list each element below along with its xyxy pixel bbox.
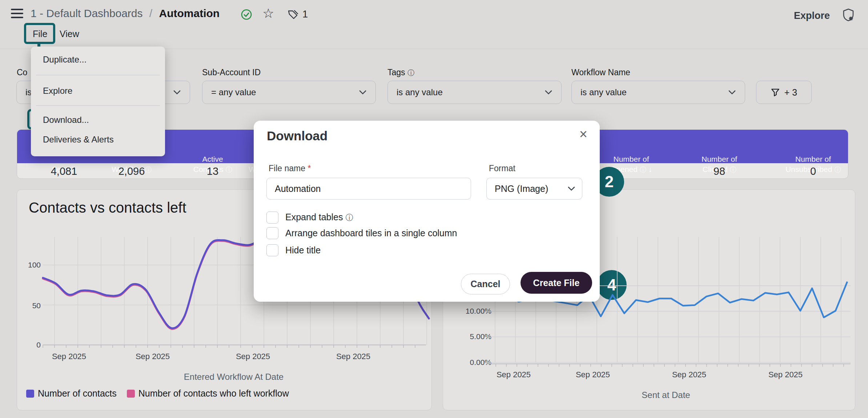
expand-tables-label: Expand tables ⓘ bbox=[285, 212, 353, 223]
explore-link[interactable]: Explore bbox=[794, 10, 830, 21]
chevron-down-icon bbox=[544, 90, 552, 95]
filter2-dropdown[interactable]: = any value bbox=[202, 81, 376, 104]
filter3-value: is any value bbox=[397, 87, 544, 97]
right-chart-y-tick: 5.00% bbox=[455, 332, 491, 341]
right-chart-x-tick: Sep 2025 bbox=[492, 370, 535, 379]
single-column-checkbox[interactable] bbox=[266, 227, 278, 239]
chevron-down-icon bbox=[567, 186, 575, 191]
menu-item-explore[interactable]: Explore bbox=[31, 86, 165, 96]
right-chart-y-tick: 10.00% bbox=[455, 307, 491, 315]
left-chart-y-tick: 50 bbox=[15, 301, 41, 310]
filter2-value: = any value bbox=[211, 87, 359, 97]
close-icon[interactable]: × bbox=[579, 127, 587, 141]
file-name-input[interactable] bbox=[266, 178, 471, 200]
more-filters-count: + 3 bbox=[784, 87, 797, 98]
breadcrumb-separator: / bbox=[149, 7, 152, 19]
required-asterisk: * bbox=[308, 164, 311, 173]
filter4-value: is any value bbox=[580, 87, 728, 97]
cancel-button[interactable]: Cancel bbox=[461, 274, 510, 294]
left-chart-x-axis-title: Entered Workflow At Date bbox=[184, 372, 284, 382]
chevron-down-icon bbox=[359, 90, 367, 95]
left-chart-title: Contacts vs contacts left bbox=[29, 200, 186, 216]
info-icon: ⓘ bbox=[407, 69, 415, 77]
favorite-star-icon[interactable]: ☆ bbox=[262, 8, 274, 19]
file-name-label: File name * bbox=[269, 164, 311, 173]
checkbox-row-single-column: Arrange dashboard tiles in a single colu… bbox=[266, 227, 457, 239]
right-chart-x-tick: Sep 2025 bbox=[571, 370, 615, 379]
checkbox-row-hide-title: Hide title bbox=[266, 244, 321, 256]
format-select[interactable]: PNG (Image) bbox=[486, 178, 582, 200]
menu-item-download[interactable]: Download... bbox=[31, 115, 165, 125]
single-column-label: Arrange dashboard tiles in a single colu… bbox=[285, 228, 457, 238]
filter1-label: Co bbox=[17, 68, 27, 77]
left-chart-y-tick: 100 bbox=[15, 261, 41, 269]
legend-swatch-pink bbox=[127, 390, 135, 398]
right-chart-y-tick: 0.00% bbox=[455, 358, 491, 367]
expand-tables-checkbox[interactable] bbox=[266, 212, 278, 224]
legend-item-contacts[interactable]: Number of contacts bbox=[26, 388, 117, 399]
tag-icon[interactable] bbox=[287, 9, 299, 20]
download-modal: Download × File name * Format PNG (Image… bbox=[254, 121, 600, 302]
table-cell-active-contacts: 13 bbox=[176, 163, 249, 179]
format-value: PNG (Image) bbox=[495, 184, 567, 194]
filter3-dropdown[interactable]: is any value bbox=[387, 81, 562, 104]
left-chart-x-tick: Sep 2025 bbox=[331, 352, 375, 361]
table-cell-number-of-unsubscribed: 0 bbox=[777, 163, 848, 179]
legend-item-left-workflow[interactable]: Number of contacts who left workflow bbox=[127, 388, 289, 399]
right-chart-x-axis-title: Sent at Date bbox=[642, 390, 690, 400]
tag-count: 1 bbox=[302, 9, 308, 20]
checkbox-row-expand-tables: Expand tables ⓘ bbox=[266, 211, 353, 224]
shield-settings-icon[interactable] bbox=[842, 8, 855, 22]
modal-title: Download bbox=[267, 129, 327, 143]
validated-check-icon bbox=[241, 9, 252, 20]
menubar-view[interactable]: View bbox=[60, 29, 79, 39]
file-menu: Duplicate... Explore Download... Deliver… bbox=[31, 47, 165, 156]
format-label: Format bbox=[489, 164, 515, 173]
breadcrumb-folder[interactable]: 1 - Default Dashboards bbox=[31, 7, 143, 19]
menu-item-deliveries-alerts[interactable]: Deliveries & Alerts bbox=[31, 134, 165, 145]
filter2-label: Sub-Account ID bbox=[202, 68, 261, 77]
table-cell-workflow: 2,096 bbox=[94, 163, 169, 179]
hide-title-checkbox[interactable] bbox=[266, 244, 278, 256]
left-chart-x-tick: Sep 2025 bbox=[47, 352, 91, 361]
filter4-label: Workflow Name bbox=[571, 68, 630, 77]
breadcrumb-current: Automation bbox=[159, 7, 220, 19]
info-icon: ⓘ bbox=[345, 213, 353, 222]
menubar-file[interactable]: File bbox=[26, 26, 54, 42]
filter4-dropdown[interactable]: is any value bbox=[571, 81, 745, 104]
table-cell-number-of-clicked: 98 bbox=[683, 163, 756, 179]
hide-title-label: Hide title bbox=[285, 245, 321, 256]
legend-swatch-purple bbox=[26, 390, 34, 398]
filter-funnel-icon bbox=[771, 88, 780, 97]
more-filters-button[interactable]: + 3 bbox=[756, 81, 812, 104]
right-chart-x-tick: Sep 2025 bbox=[667, 370, 711, 379]
table-cell-sent: 4,081 bbox=[34, 163, 94, 179]
chevron-down-icon bbox=[173, 90, 181, 95]
filter3-label: Tags ⓘ bbox=[387, 68, 415, 78]
chevron-down-icon bbox=[728, 90, 736, 95]
table-cell-number-of-opened bbox=[595, 163, 668, 179]
breadcrumb: 1 - Default Dashboards / Automation bbox=[31, 7, 220, 20]
menu-separator bbox=[36, 75, 160, 75]
dashboard-page: 1 - Default Dashboards / Automation ☆ 1 … bbox=[0, 0, 868, 418]
left-chart-x-tick: Sep 2025 bbox=[231, 352, 275, 361]
right-chart-x-tick: Sep 2025 bbox=[764, 370, 807, 379]
menu-separator bbox=[36, 105, 160, 106]
menu-item-duplicate[interactable]: Duplicate... bbox=[31, 55, 165, 65]
left-chart-legend: Number of contacts Number of contacts wh… bbox=[26, 388, 289, 399]
create-file-button[interactable]: Create File bbox=[521, 272, 592, 294]
hamburger-menu-icon[interactable] bbox=[11, 9, 23, 18]
left-chart-y-tick: 0 bbox=[15, 341, 41, 349]
left-chart-x-tick: Sep 2025 bbox=[131, 352, 174, 361]
